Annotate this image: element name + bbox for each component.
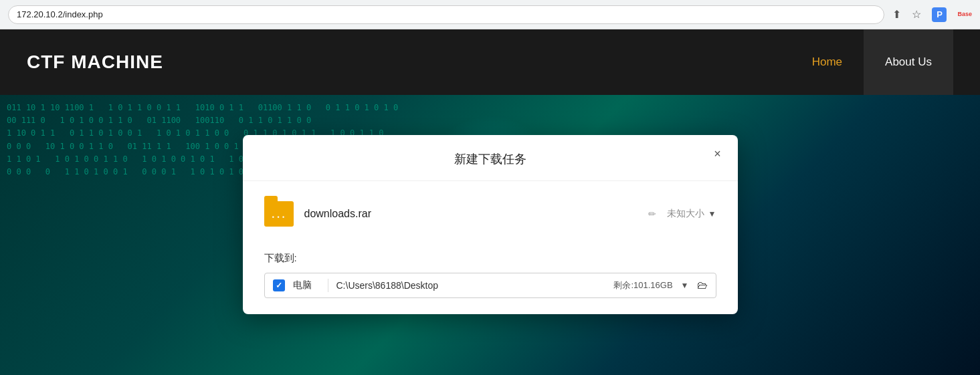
base-badge: Base bbox=[957, 11, 972, 17]
download-location-label: 下载到: bbox=[264, 252, 716, 265]
rar-dots: • • • bbox=[272, 214, 285, 221]
nav-home-link[interactable]: Home bbox=[791, 29, 864, 95]
location-type-label: 电脑 bbox=[293, 279, 320, 291]
nav-menu: Home About Us bbox=[791, 29, 953, 95]
website-content: CTF MACHINE Home About Us 011 10 1 10 11… bbox=[0, 29, 980, 375]
browse-folder-icon[interactable]: 🗁 bbox=[697, 279, 708, 291]
location-checkbox[interactable] bbox=[273, 279, 285, 291]
rar-folder-shape: • • • bbox=[264, 201, 294, 227]
nav-aboutus-link[interactable]: About Us bbox=[864, 29, 953, 95]
dialog-body: • • • downloads.rar ✏ 未知大小 ▼ 下载到: 电脑 bbox=[243, 181, 738, 314]
location-dropdown-icon[interactable]: ▼ bbox=[681, 281, 689, 290]
url-text: 172.20.10.2/index.php bbox=[17, 9, 103, 19]
size-dropdown-icon[interactable]: ▼ bbox=[708, 209, 716, 219]
browser-action-icons: ⬆ ☆ P Base bbox=[892, 7, 972, 22]
profile-icon[interactable]: P bbox=[932, 7, 947, 22]
site-navbar: CTF MACHINE Home About Us bbox=[0, 29, 980, 95]
file-info-row: • • • downloads.rar ✏ 未知大小 ▼ bbox=[264, 197, 716, 231]
location-space-text: 剩余:101.16GB bbox=[613, 279, 672, 291]
edit-filename-icon[interactable]: ✏ bbox=[648, 209, 656, 219]
download-dialog: × 新建下载任务 • • • downloads.rar ✏ 未知大小 ▼ bbox=[243, 135, 738, 314]
site-logo: CTF MACHINE bbox=[27, 51, 163, 73]
address-bar[interactable]: 172.20.10.2/index.php bbox=[8, 5, 884, 24]
vertical-divider bbox=[328, 279, 328, 292]
file-size-display: 未知大小 ▼ bbox=[667, 208, 716, 220]
download-location-row: 电脑 C:\Users\86188\Desktop 剩余:101.16GB ▼ … bbox=[264, 273, 716, 298]
bookmark-icon[interactable]: ☆ bbox=[912, 8, 921, 21]
dialog-overlay: × 新建下载任务 • • • downloads.rar ✏ 未知大小 ▼ bbox=[0, 95, 980, 375]
file-type-icon: • • • bbox=[264, 197, 294, 231]
share-icon[interactable]: ⬆ bbox=[892, 8, 901, 21]
location-path-text: C:\Users\86188\Desktop bbox=[336, 280, 606, 291]
file-name-label: downloads.rar bbox=[304, 208, 632, 220]
browser-toolbar: 172.20.10.2/index.php ⬆ ☆ P Base bbox=[0, 0, 980, 29]
file-size-text: 未知大小 bbox=[667, 208, 704, 220]
dialog-title: 新建下载任务 bbox=[243, 135, 738, 181]
dialog-close-button[interactable]: × bbox=[708, 144, 727, 163]
